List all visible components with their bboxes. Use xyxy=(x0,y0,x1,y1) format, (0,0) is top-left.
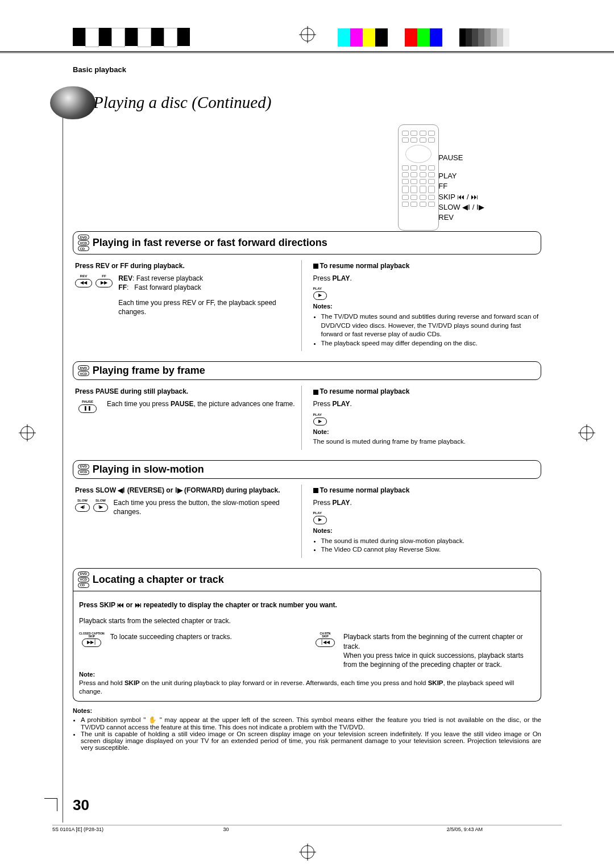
left-margin-rule xyxy=(63,91,63,823)
ccskip-icon: CLOSED CAPTIONSKIP▶▶⎮ xyxy=(79,632,105,669)
resume-heading: To resume normal playback xyxy=(320,486,410,494)
press-play: Press PLAY. xyxy=(313,498,540,507)
page-title: Playing a disc (Continued) xyxy=(93,93,271,112)
play-icon: PLAY▶ xyxy=(313,412,540,426)
resume-heading: To resume normal playback xyxy=(320,262,410,270)
disc-tag: DVD xyxy=(78,365,89,370)
section-label: Basic playback xyxy=(73,65,541,74)
disc-tag: CD xyxy=(78,246,89,251)
section-header-frame: DVD VCD Playing frame by frame xyxy=(73,361,541,380)
final-notes-label: Notes: xyxy=(73,707,541,714)
instruction: Press PAUSE during still playback. xyxy=(75,387,301,396)
instruction: Press SLOW ◀Ⅰ (REVERSE) or Ⅰ▶ (FORWARD) … xyxy=(75,486,301,495)
frame-desc: Each time you press PAUSE, the picture a… xyxy=(107,399,295,408)
rev-ff-icons: REV◀◀ FF▶▶ xyxy=(75,274,111,287)
chrtn-desc-b: When you press twice in quick succession… xyxy=(343,651,535,669)
remote-label-pause: PAUSE xyxy=(438,153,484,163)
section-title: Locating a chapter or track xyxy=(93,574,224,586)
instruction: Press REV or FF during playback. xyxy=(75,261,301,270)
chrtn-desc-a: Playback starts from the beginning of th… xyxy=(343,632,535,650)
slow-icons: SLOW◀Ⅰ SLOWⅠ▶ xyxy=(75,498,107,512)
press-play: Press PLAY. xyxy=(313,399,540,408)
disc-tag: DVD xyxy=(78,571,89,577)
notes-label: Notes: xyxy=(313,302,540,311)
press-play: Press PLAY. xyxy=(313,274,540,283)
final-note-item: The unit is capable of holding a still v… xyxy=(81,731,541,751)
note-item: The Video CD cannot play Reverse Slow. xyxy=(321,545,540,554)
square-bullet-icon xyxy=(313,488,318,493)
registration-mark xyxy=(20,426,34,440)
remote-label-ff: FF xyxy=(438,181,484,191)
instruction: Press SKIP ⏮ or ⏭ repeatedly to display … xyxy=(79,600,535,610)
footer: 5S 0101A [E] (P28-31) 30 2/5/05, 9:43 AM xyxy=(52,825,562,832)
disc-tag: VCD xyxy=(78,470,89,475)
remote-label-rev: REV xyxy=(438,212,484,223)
note-item: The sound is muted during slow-motion pl… xyxy=(321,537,540,546)
pause-icon: PAUSE❚❚ xyxy=(75,399,100,413)
note-label: Note: xyxy=(79,670,535,679)
disc-tag: CD xyxy=(78,583,89,588)
note-label: Note: xyxy=(313,428,540,436)
skip-hold-note: Press and hold SKIP on the unit during p… xyxy=(79,679,535,696)
section-title: Playing in fast reverse or fast forward … xyxy=(93,237,327,249)
playback-starts: Playback starts from the selected chapte… xyxy=(79,616,535,625)
section-header-fastrev: DVD VCD CD Playing in fast reverse or fa… xyxy=(73,231,541,254)
remote-label-list: PAUSE PLAY FF SKIP ⏮ / ⏭ SLOW ◀Ⅰ / Ⅰ▶ RE… xyxy=(438,153,484,223)
title-sphere-graphic xyxy=(50,86,96,119)
note-item: The playback speed may differ depending … xyxy=(321,339,540,348)
play-icon: PLAY▶ xyxy=(313,511,540,524)
chrtn-icon: CH RTNSKIP⎮◀◀ xyxy=(313,632,338,669)
rev-label: REV xyxy=(118,274,132,282)
square-bullet-icon xyxy=(313,264,318,269)
section-title: Playing in slow-motion xyxy=(93,464,204,475)
disc-tag: DVD xyxy=(78,464,89,469)
ff-label: FF xyxy=(118,283,127,291)
disc-tag: VCD xyxy=(78,240,89,245)
ff-desc: Fast forward playback xyxy=(134,283,201,291)
resume-heading: To resume normal playback xyxy=(320,387,410,395)
registration-mark xyxy=(580,426,594,440)
square-bullet-icon xyxy=(313,390,318,395)
section-header-slow: DVD VCD Playing in slow-motion xyxy=(73,460,541,479)
section-header-locate: DVD VCD CD Locating a chapter or track xyxy=(73,568,541,591)
notes-label: Notes: xyxy=(313,527,540,535)
disc-tag: DVD xyxy=(78,235,89,240)
remote-diagram xyxy=(398,124,439,231)
section-title: Playing frame by frame xyxy=(93,365,205,377)
remote-label-skip: SKIP ⏮ / ⏭ xyxy=(438,192,484,202)
note-item: The TV/DVD mutes sound and subtitles dur… xyxy=(321,312,540,339)
note-text: The sound is muted during frame by frame… xyxy=(313,437,540,446)
remote-label-play: PLAY xyxy=(438,171,484,181)
ccskip-desc: To locate succeeding chapters or tracks. xyxy=(110,632,232,669)
registration-mark xyxy=(301,28,314,41)
footer-center: 30 xyxy=(130,827,322,832)
crop-mark xyxy=(44,798,57,811)
color-bar-shadow xyxy=(0,51,614,53)
rev-desc: Fast reverse playback xyxy=(136,274,203,282)
speed-note: Each time you press REV or FF, the playb… xyxy=(118,298,301,316)
disc-tag: VCD xyxy=(78,371,89,376)
footer-right: 2/5/05, 9:43 AM xyxy=(447,827,562,832)
remote-label-slow: SLOW ◀Ⅰ / Ⅰ▶ xyxy=(438,202,484,212)
registration-mark xyxy=(301,845,314,859)
final-note-item: A prohibition symbol " ✋ " may appear at… xyxy=(81,716,541,731)
slow-desc: Each time you press the button, the slow… xyxy=(114,498,301,516)
play-icon: PLAY▶ xyxy=(313,286,540,300)
disc-tag: VCD xyxy=(78,577,89,582)
page-number: 30 xyxy=(73,796,89,814)
